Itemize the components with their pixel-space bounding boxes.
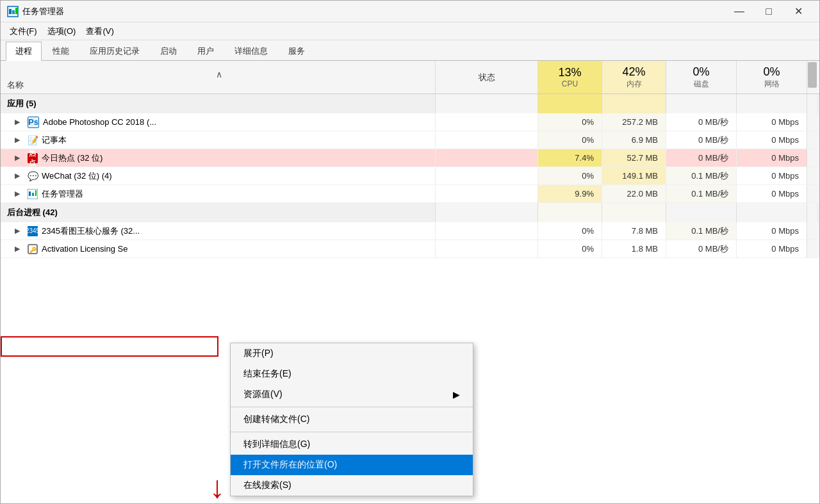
- row-activation-disk: 0 MB/秒: [666, 240, 736, 257]
- expand-icon[interactable]: ▶: [15, 227, 24, 235]
- section-bg-label: 后台进程 (42): [1, 203, 435, 222]
- hotspot-icon: 热点: [28, 153, 38, 163]
- minimize-button[interactable]: —: [725, 1, 754, 22]
- row-scroll: [807, 131, 819, 149]
- row-wechat-disk: 0.1 MB/秒: [666, 167, 736, 184]
- th-net-pct: 0%: [763, 65, 780, 79]
- row-2345-cpu: 0%: [537, 222, 602, 240]
- row-notepad[interactable]: ▶ 📝 记事本 0% 6.9 MB 0 MB/秒 0 Mbps: [1, 131, 819, 149]
- task-table: ∧ 名称 状态 13% CPU 42% 内存 0% 磁盘: [1, 61, 819, 503]
- tab-users[interactable]: 用户: [188, 42, 224, 60]
- section-apps-label: 应用 (5): [1, 94, 435, 113]
- row-hotspot[interactable]: ▶ 热点 今日热点 (32 位) 7.4% 52.7 MB 0 MB/秒 0 M…: [1, 149, 819, 167]
- th-mem[interactable]: 42% 内存: [602, 61, 666, 93]
- row-notepad-net: 0 Mbps: [736, 131, 807, 149]
- row-taskmanager-cpu: 9.9%: [537, 185, 602, 202]
- row-taskmanager[interactable]: ▶ 任务管理器 9.9% 22.0 MB: [1, 185, 819, 203]
- row-notepad-mem: 6.9 MB: [602, 131, 666, 149]
- restore-button[interactable]: □: [754, 1, 783, 22]
- section-apps-status: [435, 94, 537, 113]
- photoshop-label: Adobe Photoshop CC 2018 (...: [43, 117, 156, 127]
- ctx-expand[interactable]: 展开(P): [231, 343, 473, 364]
- th-mem-pct: 42%: [622, 65, 645, 79]
- ctx-goto-details[interactable]: 转到详细信息(G): [231, 434, 473, 455]
- row-activation-name: ▶ 🔑 Activation Licensing Se: [1, 240, 435, 257]
- row-wechat[interactable]: ▶ 💬 WeChat (32 位) (4) 0% 149.1 MB 0.1 MB…: [1, 167, 819, 185]
- tab-processes[interactable]: 进程: [6, 42, 42, 61]
- expand-icon[interactable]: ▶: [15, 172, 24, 180]
- row-2345-name: ▶ 2345 2345看图王核心服务 (32...: [1, 222, 435, 240]
- tab-performance[interactable]: 性能: [43, 42, 79, 60]
- row-taskmanager-disk: 0.1 MB/秒: [666, 185, 736, 202]
- tab-services[interactable]: 服务: [279, 42, 315, 60]
- row-wechat-name: ▶ 💬 WeChat (32 位) (4): [1, 167, 435, 184]
- scrollbar-thumb: [808, 62, 817, 88]
- row-2345-status: [435, 222, 537, 240]
- th-mem-label: 内存: [627, 79, 642, 90]
- row-wechat-mem: 149.1 MB: [602, 167, 666, 184]
- expand-icon[interactable]: ▶: [15, 190, 24, 198]
- ctx-create-dump[interactable]: 创建转储文件(C): [231, 409, 473, 430]
- svg-text:🔑: 🔑: [29, 246, 37, 254]
- row-2345[interactable]: ▶ 2345 2345看图王核心服务 (32... 0% 7.8 MB 0.1 …: [1, 222, 819, 240]
- wechat-label: WeChat (32 位) (4): [42, 170, 112, 182]
- row-wechat-status: [435, 167, 537, 184]
- menu-bar: 文件(F) 选项(O) 查看(V): [1, 22, 819, 40]
- row-hotspot-status: [435, 149, 537, 167]
- expand-icon[interactable]: ▶: [15, 136, 24, 144]
- expand-icon[interactable]: ▶: [15, 154, 24, 162]
- expand-icon[interactable]: ▶: [15, 118, 24, 126]
- th-status[interactable]: 状态: [435, 61, 537, 93]
- title-bar: 任务管理器 — □ ✕: [1, 1, 819, 22]
- row-notepad-status: [435, 131, 537, 149]
- ctx-open-location[interactable]: 打开文件所在的位置(O): [231, 455, 473, 475]
- row-taskmanager-status: [435, 185, 537, 202]
- scrollbar-track[interactable]: [807, 61, 817, 93]
- window-title: 任务管理器: [22, 6, 725, 17]
- table-body: 应用 (5) ▶ Ps Adobe Photoshop CC 2018 (...: [1, 94, 819, 258]
- close-button[interactable]: ✕: [783, 1, 813, 22]
- section-bg-net: [736, 203, 807, 222]
- row-scroll: [807, 113, 819, 131]
- row-hotspot-mem: 52.7 MB: [602, 149, 666, 167]
- row-taskmanager-name: ▶ 任务管理器: [1, 185, 435, 202]
- row-photoshop-cpu: 0%: [537, 113, 602, 131]
- ctx-end-task[interactable]: 结束任务(E): [231, 364, 473, 384]
- row-activation[interactable]: ▶ 🔑 Activation Licensing Se 0% 1.8 MB 0 …: [1, 240, 819, 258]
- th-net-label: 网络: [764, 79, 780, 90]
- task-manager-window: 任务管理器 — □ ✕ 文件(F) 选项(O) 查看(V) 进程 性能 应用历史…: [0, 0, 820, 504]
- row-wechat-net: 0 Mbps: [736, 167, 807, 184]
- notepad-label: 记事本: [42, 134, 67, 146]
- row-photoshop-net: 0 Mbps: [736, 113, 807, 131]
- th-cpu[interactable]: 13% CPU: [537, 61, 602, 93]
- ctx-online-search[interactable]: 在线搜索(S): [231, 475, 473, 496]
- th-name[interactable]: ∧ 名称: [1, 61, 435, 93]
- window-controls: — □ ✕: [725, 1, 813, 22]
- notepad-icon: 📝: [28, 135, 38, 145]
- tab-startup[interactable]: 启动: [151, 42, 186, 60]
- row-hotspot-cpu: 7.4%: [537, 149, 602, 167]
- table-header: ∧ 名称 状态 13% CPU 42% 内存 0% 磁盘: [1, 61, 819, 94]
- tab-details[interactable]: 详细信息: [225, 42, 277, 60]
- activation-label: Activation Licensing Se: [42, 244, 127, 254]
- menu-view[interactable]: 查看(V): [81, 24, 119, 39]
- context-menu: 展开(P) 结束任务(E) 资源值(V) ▶ 创建转储文件(C) 转到详细信息(…: [230, 343, 473, 496]
- ctx-resource-values[interactable]: 资源值(V) ▶: [231, 384, 473, 405]
- row-photoshop[interactable]: ▶ Ps Adobe Photoshop CC 2018 (... 0% 257…: [1, 113, 819, 131]
- expand-icon[interactable]: ▶: [15, 245, 24, 253]
- row-notepad-cpu: 0%: [537, 131, 602, 149]
- th-net[interactable]: 0% 网络: [736, 61, 807, 93]
- section-bg-mem: [602, 203, 666, 222]
- svg-rect-2: [12, 10, 15, 14]
- row-photoshop-status: [435, 113, 537, 131]
- section-apps-cpu: [537, 94, 602, 113]
- menu-options[interactable]: 选项(O): [42, 24, 81, 39]
- row-scroll: [807, 222, 819, 240]
- row-photoshop-mem: 257.2 MB: [602, 113, 666, 131]
- th-disk[interactable]: 0% 磁盘: [666, 61, 736, 93]
- sort-arrow: ∧: [216, 69, 222, 79]
- th-cpu-label: CPU: [562, 79, 578, 88]
- tab-app-history[interactable]: 应用历史记录: [80, 42, 149, 60]
- menu-file[interactable]: 文件(F): [4, 24, 42, 39]
- row-hotspot-net: 0 Mbps: [736, 149, 807, 167]
